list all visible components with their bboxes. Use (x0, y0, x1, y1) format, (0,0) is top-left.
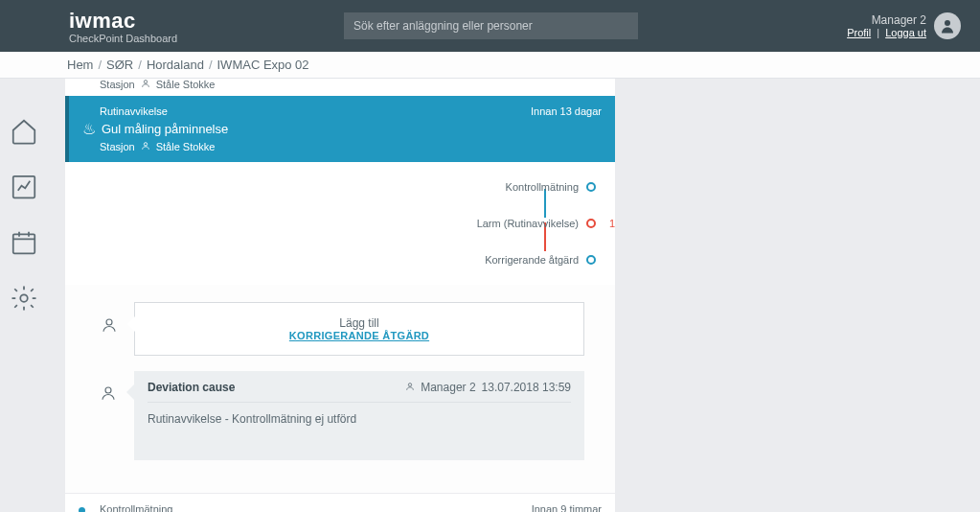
svg-rect-2 (13, 234, 35, 253)
nav-home[interactable] (10, 117, 38, 146)
cause-box: Deviation cause Manager 2 13.07.2018 13:… (134, 371, 584, 460)
sidebar (0, 79, 48, 512)
timeline-dot-icon (586, 255, 596, 265)
task-location: Stasjon (100, 141, 135, 152)
heat-icon: ♨ (82, 120, 96, 138)
search-input[interactable] (344, 12, 638, 39)
nav-settings[interactable] (10, 284, 38, 313)
task-assignee: Ståle Stokke (156, 141, 216, 152)
timeline: Kontrollmätning Larm (Rutinavvikelse) 13… (84, 177, 596, 269)
timeline-panel: Kontrollmätning Larm (Rutinavvikelse) 13… (65, 162, 615, 285)
task-category: Rutinavvikelse (100, 105, 168, 117)
person-icon (101, 316, 118, 334)
timeline-time: 13:59 (609, 218, 615, 229)
gear-icon (10, 284, 38, 313)
breadcrumb-hordaland[interactable]: Hordaland (147, 58, 204, 72)
app-header: iwmac CheckPoint Dashboard Manager 2 Pro… (0, 0, 980, 52)
svg-point-3 (20, 294, 28, 302)
svg-point-6 (106, 319, 112, 325)
home-icon (10, 117, 38, 146)
timeline-step-1: Kontrollmätning (506, 177, 596, 197)
user-links: Profil | Logga ut (847, 27, 926, 38)
logo: iwmac (69, 9, 177, 34)
svg-point-5 (144, 143, 147, 146)
cause-timestamp: 13.07.2018 13:59 (482, 381, 571, 394)
user-text: Manager 2 Profil | Logga ut (847, 13, 926, 38)
main-column: Stasjon Ståle Stokke Rutinavvikelse Inna… (65, 79, 615, 512)
action-line1: Lägg till (148, 316, 570, 330)
nav-reports[interactable] (10, 173, 38, 201)
task-location: Stasjon (100, 79, 135, 90)
user-block: Manager 2 Profil | Logga ut (847, 12, 961, 39)
logout-link[interactable]: Logga ut (885, 27, 926, 38)
item-category: Kontrollmätning (100, 503, 172, 512)
task-due: Innan 13 dagar (531, 105, 602, 117)
timeline-step-3: Korrigerande åtgärd (485, 250, 596, 269)
search-box (344, 12, 638, 39)
status-dot-icon (79, 507, 85, 512)
avatar[interactable] (934, 12, 961, 39)
svg-point-7 (105, 387, 111, 393)
timeline-dot-icon (586, 182, 596, 192)
breadcrumb: Hem/ SØR/ Hordaland/ IWMAC Expo 02 (0, 52, 980, 79)
list-item[interactable]: Kontrollmätning Innan 9 timmar Obligator… (65, 493, 615, 512)
person-icon (141, 141, 150, 152)
task-title: Gul måling påminnelse (102, 122, 228, 136)
user-sep: | (877, 27, 879, 38)
breadcrumb-hem[interactable]: Hem (67, 58, 93, 72)
task-card-selected[interactable]: Rutinavvikelse Innan 13 dagar ♨ Gul måli… (65, 96, 615, 162)
cause-heading: Deviation cause (148, 381, 235, 394)
svg-point-0 (945, 20, 950, 26)
cause-header: Deviation cause Manager 2 13.07.2018 13:… (148, 381, 571, 394)
timeline-dot-alarm-icon (586, 219, 596, 228)
action-link[interactable]: KORRIGERANDE ÅTGÄRD (148, 330, 570, 341)
nav-calendar[interactable] (10, 228, 38, 257)
detail-panel: Lägg till KORRIGERANDE ÅTGÄRD Deviation … (65, 285, 615, 477)
dashboard-subtitle: CheckPoint Dashboard (69, 33, 177, 44)
profile-link[interactable]: Profil (847, 27, 871, 38)
person-icon (141, 79, 150, 90)
cause-author: Manager 2 (421, 381, 475, 394)
task-title-row: ♨ Gul måling påminnelse (82, 120, 602, 138)
svg-point-4 (144, 81, 147, 83)
person-icon (100, 384, 117, 402)
item-due: Innan 9 timmar (532, 503, 602, 512)
cause-meta: Manager 2 13.07.2018 13:59 (405, 381, 571, 394)
timeline-step-2: Larm (Rutinavvikelse) 13:59 (477, 214, 596, 233)
svg-point-8 (409, 384, 412, 386)
user-name: Manager 2 (847, 13, 926, 27)
calendar-icon (10, 228, 38, 257)
person-icon (405, 381, 415, 394)
chart-icon (10, 173, 38, 201)
logo-group: iwmac CheckPoint Dashboard (69, 9, 177, 44)
add-action-box[interactable]: Lägg till KORRIGERANDE ÅTGÄRD (134, 302, 584, 356)
breadcrumb-current[interactable]: IWMAC Expo 02 (217, 58, 309, 72)
breadcrumb-sor[interactable]: SØR (106, 58, 133, 72)
cause-body: Rutinavvikelse - Kontrollmätning ej utfö… (148, 402, 571, 451)
person-icon (939, 17, 956, 35)
task-row-partial[interactable]: Stasjon Ståle Stokke (65, 79, 615, 96)
task-assignee: Ståle Stokke (156, 79, 216, 90)
